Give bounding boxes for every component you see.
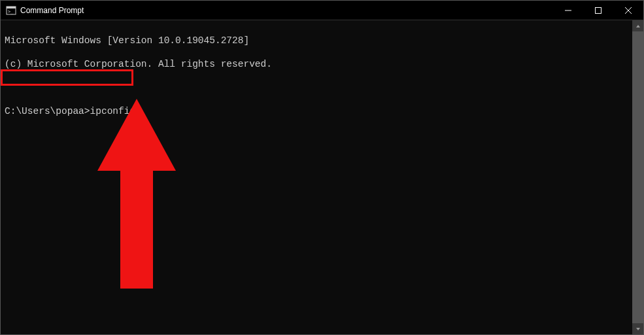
vertical-scrollbar[interactable] bbox=[632, 20, 643, 334]
svg-text:>_: >_ bbox=[8, 9, 14, 14]
blank-line bbox=[5, 82, 628, 94]
window-title: Command Prompt bbox=[20, 6, 84, 15]
copyright-line: (c) Microsoft Corporation. All rights re… bbox=[5, 58, 628, 70]
annotation-arrow-icon bbox=[52, 87, 176, 304]
window-controls bbox=[553, 1, 643, 20]
typed-command: ipconfig bbox=[90, 106, 136, 116]
scrollbar-thumb[interactable] bbox=[632, 31, 643, 323]
scrollbar-track[interactable] bbox=[632, 31, 643, 323]
terminal-output[interactable]: Microsoft Windows [Version 10.0.19045.27… bbox=[1, 20, 632, 334]
maximize-button[interactable] bbox=[583, 1, 613, 20]
scroll-up-button[interactable] bbox=[632, 20, 643, 31]
prompt-line: C:\Users\popaa>ipconfig bbox=[5, 105, 141, 117]
command-prompt-window: >_ Command Prompt Microsoft Windows [Ver… bbox=[0, 0, 644, 335]
scroll-down-button[interactable] bbox=[632, 323, 643, 334]
text-cursor bbox=[135, 112, 141, 113]
svg-marker-9 bbox=[636, 328, 640, 330]
svg-marker-8 bbox=[636, 25, 640, 27]
cmd-icon: >_ bbox=[6, 5, 16, 16]
svg-marker-7 bbox=[97, 99, 176, 289]
svg-rect-4 bbox=[596, 7, 602, 13]
minimize-button[interactable] bbox=[553, 1, 583, 20]
prompt-path: C:\Users\popaa> bbox=[5, 106, 90, 116]
content-area: Microsoft Windows [Version 10.0.19045.27… bbox=[1, 20, 643, 334]
svg-rect-1 bbox=[7, 7, 16, 9]
close-button[interactable] bbox=[613, 1, 643, 20]
version-line: Microsoft Windows [Version 10.0.19045.27… bbox=[5, 35, 628, 46]
titlebar[interactable]: >_ Command Prompt bbox=[1, 1, 643, 20]
